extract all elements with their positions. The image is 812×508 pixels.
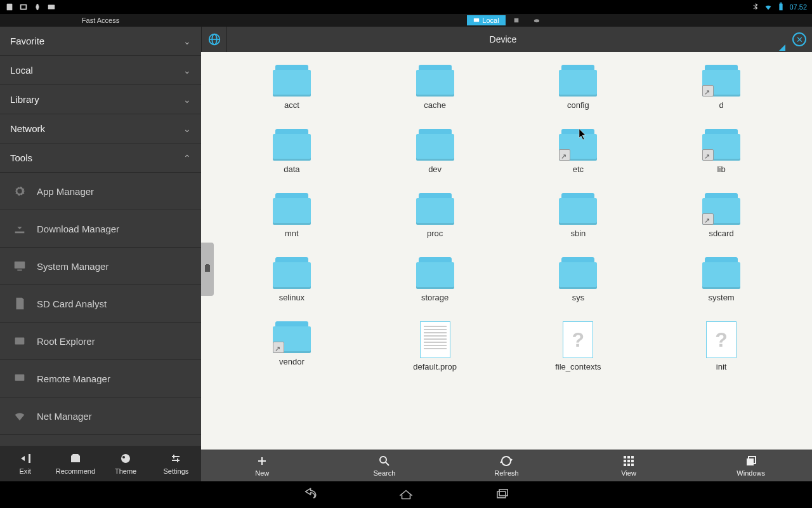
- file-item[interactable]: selinux: [226, 257, 357, 302]
- folder-icon: [273, 321, 311, 353]
- gear-icon: [13, 184, 27, 198]
- folder-icon: [273, 193, 311, 225]
- tool-label: SD Card Analyst: [37, 298, 107, 309]
- unknown-file-icon: ?: [563, 321, 593, 358]
- file-item[interactable]: vendor: [226, 321, 357, 371]
- sidebar-section-library[interactable]: Library⌄: [0, 85, 201, 114]
- nav-back[interactable]: [299, 485, 320, 505]
- file-label: selinux: [279, 293, 304, 302]
- file-item[interactable]: acct: [226, 65, 357, 110]
- tool-app-manager[interactable]: App Manager: [0, 173, 201, 210]
- svg-point-17: [122, 456, 125, 458]
- file-item[interactable]: ?init: [656, 321, 787, 371]
- svg-rect-4: [780, 4, 783, 11]
- tool-remote-manager[interactable]: Remote Manager: [0, 360, 201, 398]
- refresh-button[interactable]: Refresh: [445, 450, 568, 481]
- sidebar-section-local[interactable]: Local⌄: [0, 56, 201, 85]
- file-item[interactable]: default.prop: [370, 321, 501, 371]
- file-item[interactable]: dev: [370, 129, 501, 174]
- folder-icon: [416, 257, 454, 289]
- tool-root-explorer[interactable]: Root Explorer: [0, 323, 201, 360]
- file-item[interactable]: d: [656, 65, 787, 110]
- close-button[interactable]: ✕: [787, 27, 812, 52]
- file-item[interactable]: data: [226, 129, 357, 174]
- sidebar-exit-button[interactable]: Exit: [0, 446, 50, 481]
- windows-button[interactable]: Windows: [690, 450, 812, 481]
- svg-rect-2: [22, 5, 26, 8]
- sidebar-recommend-button[interactable]: Recommend: [50, 446, 100, 481]
- sidebar-section-favorite[interactable]: Favorite⌄: [0, 27, 201, 56]
- tab-cloud[interactable]: [527, 15, 546, 25]
- folder-icon: [416, 129, 454, 161]
- tool-download-manager[interactable]: Download Manager: [0, 210, 201, 248]
- status-icon: [5, 3, 14, 11]
- path-title[interactable]: Device: [227, 34, 779, 44]
- folder-icon: [702, 129, 740, 161]
- file-label: storage: [421, 293, 449, 302]
- file-item[interactable]: sys: [513, 257, 644, 302]
- svg-rect-33: [497, 491, 506, 498]
- file-label: sys: [572, 293, 585, 302]
- svg-rect-34: [499, 490, 508, 496]
- file-label: proc: [427, 229, 443, 238]
- file-item[interactable]: storage: [370, 257, 501, 302]
- file-item[interactable]: ?file_contexts: [513, 321, 644, 371]
- svg-rect-9: [15, 262, 25, 269]
- windows-icon: [745, 455, 757, 467]
- file-label: vendor: [279, 357, 304, 366]
- sidebar-drag-handle[interactable]: [201, 243, 214, 296]
- file-label: config: [567, 100, 589, 110]
- file-label: cache: [424, 100, 446, 110]
- file-item[interactable]: system: [656, 257, 787, 302]
- tab-local[interactable]: Local: [467, 15, 505, 25]
- tool-sd-card-analyst[interactable]: SD Card Analyst: [0, 285, 201, 323]
- refresh-icon: [500, 455, 513, 467]
- sidebar-section-tools[interactable]: Tools⌃: [0, 144, 201, 173]
- file-item[interactable]: mnt: [226, 193, 357, 238]
- tool-label: App Manager: [37, 186, 94, 197]
- sidebar-section-network[interactable]: Network⌄: [0, 114, 201, 144]
- file-item[interactable]: sdcard: [656, 193, 787, 238]
- tool-net-manager[interactable]: Net Manager: [0, 398, 201, 435]
- file-item[interactable]: cache: [370, 65, 501, 110]
- new-icon: [256, 455, 268, 467]
- tab-bar: Fast Access Local: [0, 14, 812, 27]
- new-button[interactable]: New: [201, 450, 324, 481]
- file-item[interactable]: config: [513, 65, 644, 110]
- file-item[interactable]: lib: [656, 129, 787, 174]
- tool-system-manager[interactable]: System Manager: [0, 248, 201, 285]
- sidebar-theme-button[interactable]: Theme: [101, 446, 151, 481]
- folder-icon: [416, 193, 454, 225]
- sidebar-settings-button[interactable]: Settings: [151, 446, 201, 481]
- svg-rect-20: [205, 265, 210, 272]
- wifi-icon: [13, 409, 27, 423]
- svg-point-13: [19, 340, 20, 342]
- nav-recent[interactable]: [492, 485, 513, 505]
- tab-secondary[interactable]: [507, 15, 526, 25]
- view-button[interactable]: View: [568, 450, 690, 481]
- device-icon[interactable]: [202, 27, 227, 52]
- nav-home[interactable]: [396, 485, 416, 505]
- button-label: Search: [373, 469, 395, 477]
- svg-rect-10: [17, 270, 22, 271]
- file-item[interactable]: etc: [513, 129, 644, 174]
- svg-rect-3: [48, 5, 55, 10]
- svg-rect-25: [624, 460, 626, 462]
- settings-icon: [169, 452, 182, 465]
- button-label: View: [621, 469, 636, 477]
- file-label: dev: [428, 164, 442, 174]
- button-label: Exit: [19, 467, 30, 475]
- theme-icon: [119, 452, 132, 465]
- tool-label: Root Explorer: [37, 336, 95, 347]
- file-label: data: [284, 164, 299, 174]
- file-label: default.prop: [413, 362, 457, 371]
- file-item[interactable]: proc: [370, 193, 501, 238]
- file-item[interactable]: sbin: [513, 193, 644, 238]
- tool-label: Download Manager: [37, 224, 119, 234]
- chevron-down-icon: ⌄: [183, 36, 191, 46]
- file-label: sdcard: [709, 229, 734, 238]
- search-button[interactable]: Search: [324, 450, 446, 481]
- svg-point-16: [121, 454, 130, 463]
- path-dropdown-icon[interactable]: [779, 27, 787, 52]
- svg-rect-14: [15, 375, 25, 381]
